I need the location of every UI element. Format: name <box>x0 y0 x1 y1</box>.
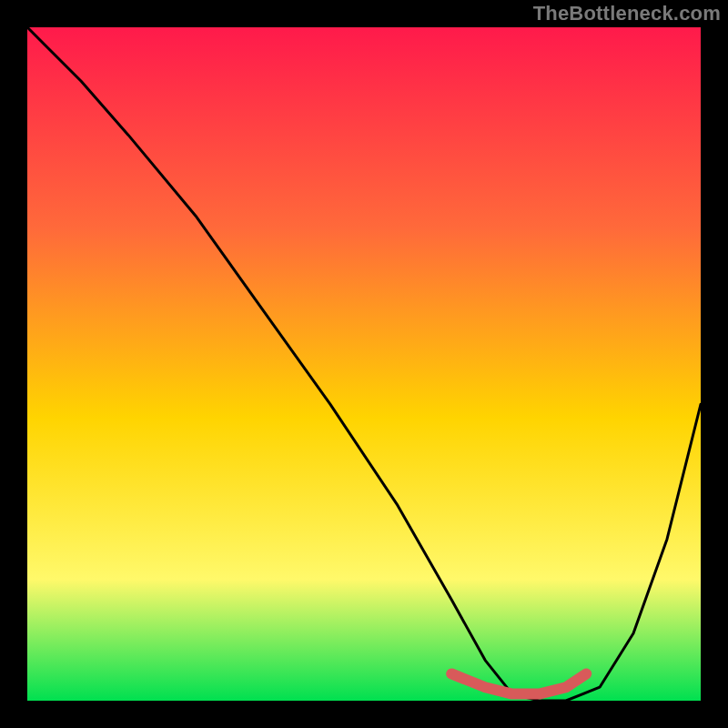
watermark-text: TheBottleneck.com <box>533 2 721 25</box>
plot-area <box>27 27 701 701</box>
chart-svg <box>27 27 701 701</box>
chart-frame: TheBottleneck.com <box>0 0 728 728</box>
gradient-background <box>27 27 701 701</box>
